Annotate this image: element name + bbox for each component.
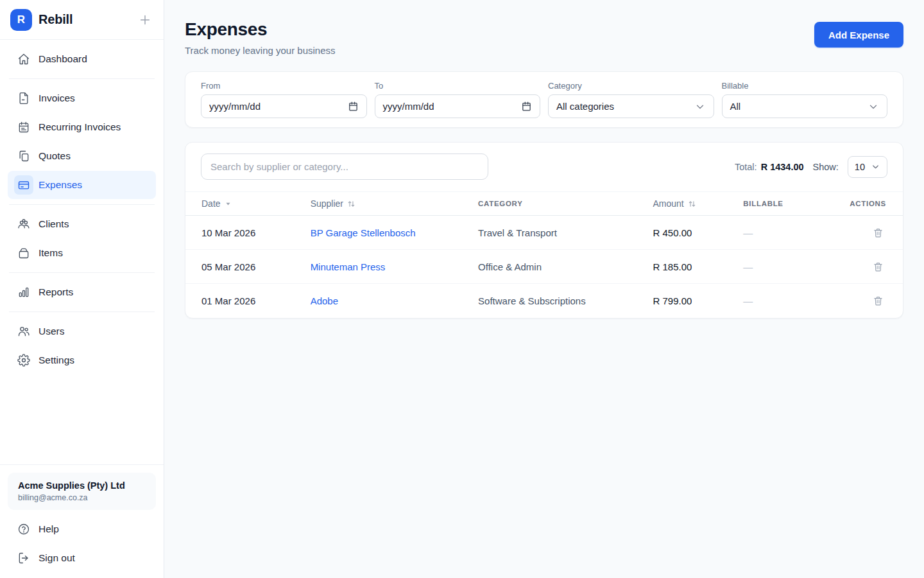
category-field: Category All categories: [548, 81, 714, 118]
expense-amount: R 799.00: [653, 284, 744, 318]
column-header-billable: Billable: [743, 192, 827, 216]
sidebar-item-expenses[interactable]: Expenses: [8, 171, 156, 199]
to-date-value: yyyy/mm/dd: [383, 101, 434, 112]
people-group-icon: [14, 215, 33, 234]
help-button[interactable]: Help: [8, 515, 156, 543]
delete-expense-button[interactable]: [870, 293, 886, 309]
sidebar-item-label: Clients: [38, 218, 69, 230]
sidebar-item-items[interactable]: Items: [8, 239, 156, 267]
category-select[interactable]: All categories: [548, 94, 714, 118]
expense-amount: R 450.00: [653, 216, 744, 250]
delete-expense-button[interactable]: [870, 259, 886, 275]
expense-category: Office & Admin: [478, 250, 653, 284]
column-header-category: Category: [478, 192, 653, 216]
logout-icon: [14, 548, 33, 568]
sidebar-item-label: Dashboard: [38, 53, 87, 65]
trash-icon: [873, 261, 884, 272]
bar-chart-icon: [14, 283, 33, 302]
sidebar-item-label: Users: [38, 326, 64, 337]
expenses-table: Date Supplier Category: [185, 191, 903, 318]
sidebar-item-label: Invoices: [38, 92, 75, 104]
sidebar-item-label: Expenses: [38, 179, 82, 191]
expenses-table-card: Total: R 1434.00 Show: 10 Date: [185, 142, 903, 319]
triangle-down-icon: [225, 200, 232, 207]
sign-out-label: Sign out: [38, 552, 75, 564]
sidebar: R Rebill Dashboard Invoices Recu: [0, 0, 164, 578]
trash-icon: [873, 295, 884, 306]
document-icon: [14, 89, 33, 108]
from-date-field: From yyyy/mm/dd: [201, 81, 367, 118]
from-date-input[interactable]: yyyy/mm/dd: [201, 94, 367, 118]
main-content: Expenses Track money leaving your busine…: [164, 0, 924, 578]
chevron-down-icon: [868, 101, 879, 112]
sidebar-item-clients[interactable]: Clients: [8, 210, 156, 238]
sidebar-item-dashboard[interactable]: Dashboard: [8, 45, 156, 73]
divider: [9, 311, 155, 312]
account-email: billing@acme.co.za: [18, 493, 146, 502]
from-date-value: yyyy/mm/dd: [209, 101, 261, 112]
expense-billable: —: [743, 284, 827, 318]
sidebar-footer: Acme Supplies (Pty) Ltd billing@acme.co.…: [0, 464, 164, 578]
chevron-down-icon: [694, 101, 706, 112]
table-header-row: Date Supplier Category: [185, 192, 903, 216]
divider: [9, 78, 155, 79]
divider: [9, 272, 155, 273]
home-icon: [14, 49, 33, 69]
sidebar-item-settings[interactable]: Settings: [8, 346, 156, 374]
brand-name: Rebill: [38, 12, 73, 27]
calendar-icon: [14, 118, 33, 137]
show-label: Show:: [813, 162, 839, 172]
category-label: Category: [548, 81, 714, 91]
sidebar-item-label: Settings: [38, 355, 74, 366]
sort-arrows-icon: [688, 200, 696, 208]
billable-select[interactable]: All: [722, 94, 888, 118]
supplier-link[interactable]: Adobe: [311, 295, 338, 306]
page-size-value: 10: [855, 162, 865, 172]
expense-category: Travel & Transport: [478, 216, 653, 250]
sign-out-button[interactable]: Sign out: [8, 544, 156, 572]
billable-field: Billable All: [722, 81, 888, 118]
sidebar-item-quotes[interactable]: Quotes: [8, 142, 156, 170]
sidebar-item-label: Quotes: [38, 150, 71, 162]
page-header-text: Expenses Track money leaving your busine…: [185, 19, 336, 56]
sidebar-item-reports[interactable]: Reports: [8, 278, 156, 306]
sidebar-header: R Rebill: [0, 0, 164, 40]
column-header-amount[interactable]: Amount: [653, 192, 744, 216]
column-header-date[interactable]: Date: [185, 192, 311, 216]
account-card: Acme Supplies (Pty) Ltd billing@acme.co.…: [8, 473, 156, 510]
billable-value: All: [730, 101, 741, 112]
total-value: R 1434.00: [761, 162, 804, 172]
table-meta: Total: R 1434.00 Show: 10: [735, 156, 887, 178]
account-name: Acme Supplies (Pty) Ltd: [18, 480, 146, 491]
app-logo: R: [10, 9, 32, 31]
page-size-select[interactable]: 10: [848, 156, 887, 178]
sort-arrows-icon: [347, 200, 355, 208]
add-expense-button[interactable]: Add Expense: [814, 22, 903, 48]
category-value: All categories: [556, 101, 614, 112]
sidebar-item-users[interactable]: Users: [8, 317, 156, 346]
help-label: Help: [38, 523, 59, 535]
page-header: Expenses Track money leaving your busine…: [185, 19, 903, 56]
from-label: From: [201, 81, 367, 91]
add-new-button[interactable]: [137, 12, 153, 28]
expense-billable: —: [743, 216, 827, 250]
page-title: Expenses: [185, 19, 336, 40]
expense-amount: R 185.00: [653, 250, 744, 284]
table-toolbar: Total: R 1434.00 Show: 10: [185, 143, 903, 191]
search-input[interactable]: [201, 153, 488, 180]
sidebar-item-label: Items: [38, 247, 63, 259]
supplier-link[interactable]: BP Garage Stellenbosch: [311, 227, 416, 238]
column-header-supplier[interactable]: Supplier: [311, 192, 478, 216]
app-logo-letter: R: [17, 13, 25, 26]
filter-bar: From yyyy/mm/dd To yyyy/mm/dd Category A…: [185, 71, 903, 128]
table-row: 01 Mar 2026 Adobe Software & Subscriptio…: [185, 284, 903, 318]
sidebar-item-invoices[interactable]: Invoices: [8, 84, 156, 112]
sidebar-item-recurring-invoices[interactable]: Recurring Invoices: [8, 113, 156, 141]
credit-card-icon: [14, 175, 33, 195]
delete-expense-button[interactable]: [870, 225, 886, 241]
to-date-input[interactable]: yyyy/mm/dd: [375, 94, 541, 118]
supplier-link[interactable]: Minuteman Press: [311, 261, 386, 272]
table-row: 10 Mar 2026 BP Garage Stellenbosch Trave…: [185, 216, 903, 250]
users-icon: [14, 322, 33, 341]
chevron-down-icon: [871, 162, 880, 171]
